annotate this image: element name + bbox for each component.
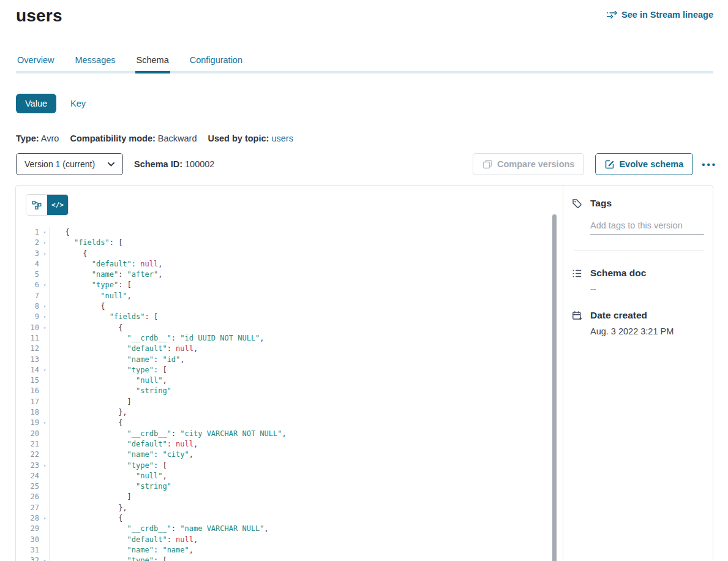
compatibility-mode-label: Compatibility mode:: [70, 134, 155, 143]
code-editor[interactable]: 1▾ {2▾ "fields": [3▾ {4 "default": null,…: [16, 227, 563, 561]
editor-vertical-scrollbar[interactable]: [552, 214, 557, 561]
code-line-text: "string": [50, 386, 171, 396]
tree-view-icon: [32, 200, 42, 210]
compatibility-mode-value: Backward: [158, 134, 197, 143]
line-number: 25: [16, 481, 40, 492]
code-line-text: "type": [: [50, 555, 167, 561]
fold-toggle-icon[interactable]: ▾: [40, 418, 50, 428]
code-line-text: },: [50, 503, 127, 513]
code-line: 9▾ "fields": [: [16, 312, 563, 322]
version-dropdown[interactable]: Version 1 (current): [16, 153, 123, 175]
evolve-schema-button[interactable]: Evolve schema: [595, 153, 693, 175]
code-line: 24 "null",: [16, 471, 563, 481]
fold-toggle-icon[interactable]: ▾: [40, 312, 50, 322]
fold-toggle-icon[interactable]: ▾: [40, 323, 50, 333]
fold-toggle-icon[interactable]: ▾: [40, 301, 50, 312]
schema-doc-section: Schema doc --: [572, 268, 704, 294]
fold-toggle-icon[interactable]: ▾: [40, 513, 50, 524]
code-view-button[interactable]: </>: [47, 195, 68, 215]
schema-type: Type: Avro: [16, 134, 59, 143]
stream-lineage-link[interactable]: See in Stream lineage: [607, 10, 713, 20]
code-line-text: "fields": [: [50, 312, 158, 322]
fold-toggle-icon[interactable]: ▾: [40, 365, 50, 375]
code-view-icon: </>: [51, 201, 64, 209]
fold-toggle-icon[interactable]: ▾: [40, 249, 50, 259]
code-line: 15 "null",: [16, 375, 563, 386]
line-number: 7: [16, 291, 40, 301]
compare-versions-button[interactable]: Compare versions: [473, 153, 585, 175]
schema-editor: </> 1▾ {2▾ "fields": [3▾ {4 "default": n…: [16, 186, 563, 561]
fold-toggle-icon[interactable]: ▾: [40, 238, 50, 248]
line-number: 28: [16, 513, 40, 524]
tab-configuration[interactable]: Configuration: [189, 55, 244, 71]
line-number: 27: [16, 503, 40, 513]
code-line: 17 ]: [16, 397, 563, 407]
fold-toggle-icon: [40, 545, 50, 555]
fold-toggle-icon[interactable]: ▾: [40, 461, 50, 471]
schema-meta-row: Type: Avro Compatibility mode: Backward …: [16, 134, 712, 143]
fold-toggle-icon: [40, 492, 50, 502]
code-line: 3▾ {: [16, 249, 563, 259]
line-number: 32: [16, 555, 40, 561]
chevron-down-icon: [108, 162, 114, 167]
fold-toggle-icon: [40, 344, 50, 354]
line-number: 1: [16, 227, 40, 238]
value-toggle-button[interactable]: Value: [16, 94, 56, 113]
code-line-text: "name": "name",: [50, 545, 193, 555]
fold-toggle-icon: [40, 355, 50, 365]
line-number: 10: [16, 323, 40, 333]
topic-link[interactable]: users: [271, 134, 293, 143]
code-line: 16 "string": [16, 386, 563, 396]
code-line-text: "__crdb__": "id UUID NOT NULL",: [50, 333, 265, 344]
date-created-heading: Date created: [590, 310, 704, 321]
code-line-text: "__crdb__": "city VARCHAR NOT NULL",: [50, 429, 287, 439]
key-toggle-button[interactable]: Key: [70, 99, 86, 108]
schema-id-value: 100002: [185, 159, 214, 169]
code-line: 4 "default": null,: [16, 259, 563, 269]
line-number: 24: [16, 471, 40, 481]
add-tags-input[interactable]: [590, 220, 704, 235]
fold-toggle-icon[interactable]: ▾: [40, 280, 50, 290]
fold-toggle-icon: [40, 503, 50, 513]
tab-schema[interactable]: Schema: [135, 55, 170, 73]
code-line-text: "default": null,: [50, 259, 162, 269]
used-by-topic-label: Used by topic:: [208, 134, 269, 143]
line-number: 2: [16, 238, 40, 248]
code-line-text: {: [50, 301, 105, 312]
code-line: 2▾ "fields": [: [16, 238, 563, 248]
line-number: 18: [16, 407, 40, 418]
line-number: 30: [16, 535, 40, 545]
line-number: 16: [16, 386, 40, 396]
code-line-text: ]: [50, 492, 132, 502]
code-line: 22 "name": "city",: [16, 450, 563, 460]
fold-toggle-icon: [40, 450, 50, 460]
code-line: 18 },: [16, 407, 563, 418]
code-line: 19▾ {: [16, 418, 563, 428]
sidebar-divider: [574, 250, 704, 250]
code-line-text: "name": "city",: [50, 450, 193, 460]
code-line-text: {: [50, 323, 122, 333]
code-line: 31 "name": "name",: [16, 545, 563, 555]
line-number: 20: [16, 429, 40, 439]
code-line: 14▾ "type": [: [16, 365, 563, 375]
fold-toggle-icon[interactable]: ▾: [40, 555, 50, 561]
schema-id-label: Schema ID:: [134, 159, 182, 169]
schema-panel: </> 1▾ {2▾ "fields": [3▾ {4 "default": n…: [15, 185, 713, 561]
tree-view-button[interactable]: [26, 195, 47, 215]
date-created-value: Aug. 3 2022 3:21 PM: [590, 326, 704, 336]
code-line-text: {: [50, 418, 122, 428]
code-line-text: {: [50, 227, 70, 238]
version-dropdown-value: Version 1 (current): [24, 159, 95, 169]
code-line: 20 "__crdb__": "city VARCHAR NOT NULL",: [16, 429, 563, 439]
code-line-text: "__crdb__": "name VARCHAR NULL",: [50, 524, 269, 534]
tab-overview[interactable]: Overview: [16, 55, 55, 71]
calendar-plus-icon: [572, 311, 582, 321]
line-number: 17: [16, 397, 40, 407]
more-actions-button[interactable]: •••: [702, 160, 717, 169]
fold-toggle-icon[interactable]: ▾: [40, 227, 50, 238]
line-number: 21: [16, 439, 40, 450]
tab-messages[interactable]: Messages: [73, 55, 116, 71]
code-line-text: {: [50, 249, 88, 259]
list-icon: [572, 268, 582, 279]
schema-doc-value: --: [590, 284, 704, 294]
